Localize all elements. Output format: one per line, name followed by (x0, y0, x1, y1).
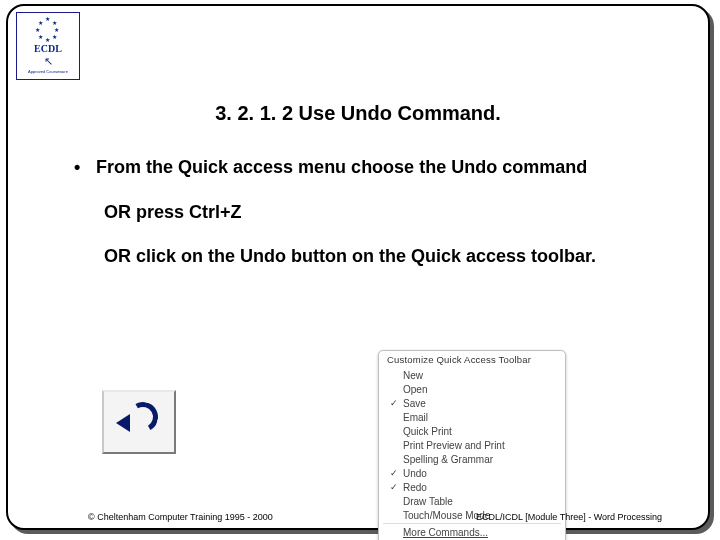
menu-title: Customize Quick Access Toolbar (379, 351, 565, 368)
menu-item-new[interactable]: New (379, 368, 565, 382)
menu-item-label: Undo (403, 468, 427, 479)
menu-item-draw-table[interactable]: Draw Table (379, 494, 565, 508)
eu-stars-icon: ★ ★ ★ ★ ★ ★ ★ ★ (36, 17, 60, 41)
menu-item-label: Email (403, 412, 428, 423)
ecdl-logo: ★ ★ ★ ★ ★ ★ ★ ★ ECDL ↖ Approved Coursewa… (16, 12, 80, 80)
menu-item-open[interactable]: Open (379, 382, 565, 396)
l3-bold: Undo (240, 246, 286, 266)
line-3: OR click on the Undo button on the Quick… (104, 245, 668, 268)
logo-tagline: Approved Courseware (28, 70, 68, 74)
menu-item-save[interactable]: ✓Save (379, 396, 565, 410)
menu-item-print-preview[interactable]: Print Preview and Print (379, 438, 565, 452)
menu-item-label: Open (403, 384, 427, 395)
logo-text: ECDL (34, 43, 62, 54)
page-title: 3. 2. 1. 2 Use Undo Command. (8, 102, 708, 125)
menu-item-label: Redo (403, 482, 427, 493)
l2-bold: Ctrl+Z (189, 202, 242, 222)
menu-item-quick-print[interactable]: Quick Print (379, 424, 565, 438)
l2-pre: OR press (104, 202, 189, 222)
undo-arrow-icon (118, 404, 160, 440)
cursor-icon: ↖ (44, 55, 53, 68)
check-icon: ✓ (385, 468, 403, 478)
menu-items: New Open ✓Save Email Quick Print Print P… (379, 368, 565, 522)
l3-pre: OR click on the (104, 246, 240, 266)
slide-frame: ★ ★ ★ ★ ★ ★ ★ ★ ECDL ↖ Approved Coursewa… (6, 4, 710, 530)
footer: © Cheltenham Computer Training 1995 - 20… (8, 512, 708, 522)
bullet-1: • From the Quick access menu choose the … (74, 156, 668, 179)
bullet-1-text: From the Quick access menu choose the Un… (96, 156, 668, 179)
menu-item-spelling[interactable]: Spelling & Grammar (379, 452, 565, 466)
menu-item-label: More Commands... (403, 527, 488, 538)
b1-mid: menu choose the (293, 157, 451, 177)
menu-item-more-commands[interactable]: More Commands... (379, 525, 565, 539)
b1-pre: From the (96, 157, 178, 177)
footer-right: ECDL/ICDL [Module Three] - Word Processi… (476, 512, 662, 522)
check-icon: ✓ (385, 482, 403, 492)
menu-item-label: Save (403, 398, 426, 409)
check-icon: ✓ (385, 398, 403, 408)
l3-post: button on the Quick access toolbar. (286, 246, 596, 266)
menu-item-label: Print Preview and Print (403, 440, 505, 451)
menu-item-undo[interactable]: ✓Undo (379, 466, 565, 480)
menu-item-redo[interactable]: ✓Redo (379, 480, 565, 494)
b1-post: command (497, 157, 587, 177)
b1-bold1: Quick access (178, 157, 293, 177)
undo-button-graphic (102, 390, 176, 454)
bullet-dot-icon: • (74, 156, 96, 178)
menu-item-label: Draw Table (403, 496, 453, 507)
body-content: • From the Quick access menu choose the … (74, 156, 668, 268)
b1-bold2: Undo (451, 157, 497, 177)
menu-item-label: New (403, 370, 423, 381)
footer-left: © Cheltenham Computer Training 1995 - 20… (88, 512, 273, 522)
menu-item-label: Spelling & Grammar (403, 454, 493, 465)
menu-separator (383, 523, 561, 524)
menu-item-label: Quick Print (403, 426, 452, 437)
menu-item-email[interactable]: Email (379, 410, 565, 424)
line-2: OR press Ctrl+Z (104, 201, 668, 224)
